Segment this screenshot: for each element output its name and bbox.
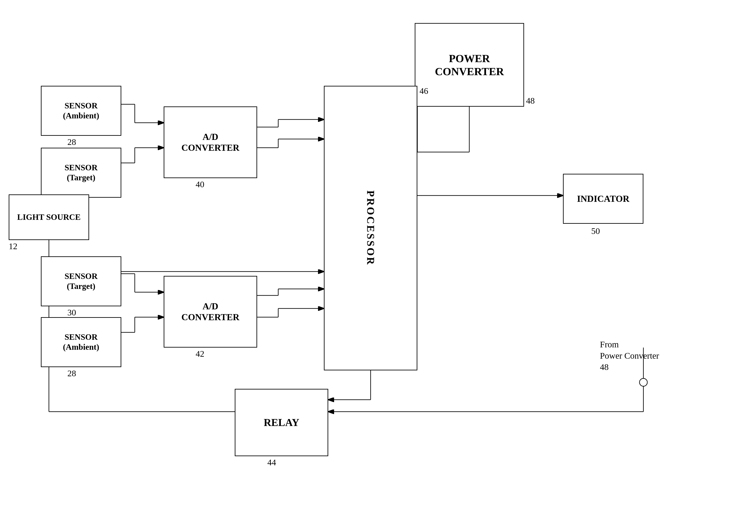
light-source-block: LIGHT SOURCE bbox=[9, 194, 89, 240]
ad-converter-top-block: A/DCONVERTER bbox=[164, 107, 257, 178]
power-converter-ref: 48 bbox=[526, 96, 535, 106]
sensor-ambient-bot-ref: 28 bbox=[68, 368, 76, 378]
indicator-label: INDICATOR bbox=[577, 193, 629, 204]
sensor-target-top-block: SENSOR(Target) bbox=[41, 148, 121, 198]
processor-label: PROCESSOR bbox=[364, 190, 377, 266]
power-converter-block: POWERCONVERTER bbox=[415, 23, 524, 107]
from-power-converter-label: FromPower Converter48 bbox=[600, 339, 659, 373]
ad-converter-bot-block: A/DCONVERTER bbox=[164, 276, 257, 347]
svg-point-39 bbox=[639, 378, 647, 386]
indicator-block: INDICATOR bbox=[563, 174, 643, 224]
processor-block: PROCESSOR bbox=[324, 86, 417, 370]
sensor-ambient-top-label: SENSOR(Ambient) bbox=[63, 101, 99, 120]
ad-converter-top-ref: 40 bbox=[196, 179, 204, 190]
power-converter-label: POWERCONVERTER bbox=[435, 52, 504, 78]
relay-ref: 44 bbox=[267, 457, 276, 468]
ad-converter-bot-ref: 42 bbox=[196, 349, 204, 359]
light-source-ref: 12 bbox=[9, 241, 17, 251]
ad-converter-top-label: A/DCONVERTER bbox=[181, 131, 239, 153]
diagram: POWERCONVERTER 48 SENSOR(Ambient) 28 SEN… bbox=[0, 0, 756, 532]
sensor-ambient-top-ref: 28 bbox=[68, 137, 76, 147]
relay-label: RELAY bbox=[264, 416, 299, 429]
sensor-ambient-bot-block: SENSOR(Ambient) bbox=[41, 317, 121, 367]
relay-block: RELAY bbox=[235, 389, 328, 456]
sensor-target-bot-ref: 30 bbox=[68, 307, 76, 317]
sensor-target-bot-block: SENSOR(Target) bbox=[41, 256, 121, 306]
sensor-target-bot-label: SENSOR(Target) bbox=[65, 271, 97, 291]
indicator-ref: 50 bbox=[591, 226, 600, 236]
sensor-ambient-bot-label: SENSOR(Ambient) bbox=[63, 332, 99, 352]
sensor-ambient-top-block: SENSOR(Ambient) bbox=[41, 86, 121, 136]
light-source-label: LIGHT SOURCE bbox=[17, 212, 81, 222]
sensor-target-top-label: SENSOR(Target) bbox=[65, 163, 97, 183]
ad-converter-bot-label: A/DCONVERTER bbox=[181, 301, 239, 323]
processor-ref: 46 bbox=[419, 86, 428, 96]
